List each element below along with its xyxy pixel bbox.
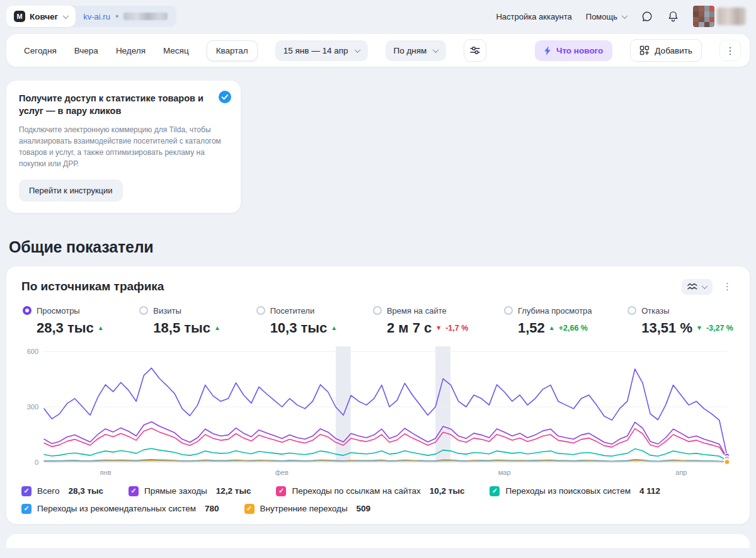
metric-tab-5[interactable]: Глубина просмотра1,52▲+2,66 %	[504, 306, 592, 336]
legend-value: 780	[205, 504, 219, 513]
topbar-right: Настройка аккаунта Помощь	[496, 6, 746, 27]
metric-radio-icon[interactable]	[504, 306, 513, 315]
site-link[interactable]: kv-ai.ru	[83, 12, 110, 21]
legend-value: 28,3 тыс	[68, 486, 103, 496]
widget-title: По источникам трафика	[21, 280, 164, 293]
topbar: М Ковчег kv-ai.ru • Настройка аккаунта П…	[0, 0, 756, 29]
metric-radio-icon[interactable]	[256, 306, 265, 315]
tab-week[interactable]: Неделя	[116, 46, 146, 55]
legend-label: Внутренние переходы	[260, 504, 348, 513]
metric-label: Просмотры	[37, 306, 80, 316]
metric-tabs: Просмотры28,3 тыс▲Визиты18,5 тыс▲Посетит…	[21, 306, 735, 336]
next-widget-partial	[6, 534, 750, 548]
metric-tab-4[interactable]: Время на сайте2 м 7 с▼-1,7 %	[373, 306, 468, 336]
metric-label: Глубина просмотра	[518, 306, 592, 316]
trend-up-icon: ▲	[549, 324, 555, 331]
legend-item[interactable]: ✓Прямые заходы12,2 тыс	[129, 486, 251, 496]
promo-instruction-button[interactable]: Перейти к инструкции	[19, 179, 123, 202]
tab-today[interactable]: Сегодня	[24, 46, 57, 55]
whats-new-button[interactable]: Что нового	[535, 40, 612, 61]
metric-value: 28,3 тыс	[37, 320, 94, 336]
chevron-down-icon	[433, 47, 439, 53]
date-range-picker[interactable]: 15 янв — 14 апр	[275, 40, 368, 61]
promo-card: Получите доступ к статистике товаров и у…	[6, 81, 241, 213]
trend-down-icon: ▼	[696, 324, 702, 331]
section-title: Общие показатели	[9, 238, 747, 256]
chat-icon[interactable]	[641, 10, 653, 23]
metric-delta: -1,7 %	[445, 324, 468, 333]
legend-item[interactable]: ✓Переходы из рекомендательных систем780	[21, 504, 219, 514]
legend-label: Переходы по ссылкам на сайтах	[292, 486, 420, 496]
metric-radio-icon[interactable]	[23, 306, 32, 315]
chart-type-select[interactable]	[682, 279, 713, 295]
notifications-bell-icon[interactable]	[667, 10, 679, 23]
sliders-icon	[469, 45, 481, 56]
legend-row-2: ✓Переходы из рекомендательных систем780✓…	[21, 504, 735, 514]
legend-checkbox[interactable]: ✓	[244, 504, 255, 514]
metric-tab-6[interactable]: Отказы13,51 %▼-3,27 %	[627, 306, 733, 336]
metric-radio-icon[interactable]	[373, 306, 382, 315]
user-menu[interactable]	[693, 6, 746, 27]
svg-text:300: 300	[27, 403, 38, 411]
svg-text:янв: янв	[100, 469, 112, 476]
legend-checkbox[interactable]: ✓	[129, 486, 139, 496]
legend-value: 12,2 тыс	[216, 486, 251, 496]
promo-description: Подключите электронную коммерцию для Til…	[19, 124, 228, 170]
tab-quarter[interactable]: Квартал	[207, 40, 258, 61]
metric-delta: +2,66 %	[559, 324, 588, 333]
trend-up-icon: ▲	[98, 324, 104, 331]
legend-checkbox[interactable]: ✓	[21, 486, 32, 496]
trend-down-icon: ▼	[435, 324, 442, 331]
metric-label: Визиты	[153, 306, 181, 316]
svg-text:фев: фев	[275, 469, 289, 476]
period-toolbar: Сегодня Вчера Неделя Месяц Квартал 15 ян…	[6, 34, 750, 67]
legend-item[interactable]: ✓Всего28,3 тыс	[21, 486, 103, 496]
legend-item[interactable]: ✓Переходы из поисковых систем4 112	[490, 486, 660, 496]
legend-item[interactable]: ✓Внутренние переходы509	[244, 504, 371, 514]
metric-tab-3[interactable]: Посетители10,3 тыс▲	[256, 306, 338, 336]
legend-label: Переходы из рекомендательных систем	[37, 504, 196, 513]
legend-label: Прямые заходы	[144, 486, 207, 496]
counter-group: М Ковчег kv-ai.ru •	[6, 6, 176, 27]
metric-tab-2[interactable]: Визиты18,5 тыс▲	[139, 306, 220, 336]
tab-yesterday[interactable]: Вчера	[74, 46, 98, 55]
svg-text:600: 600	[27, 348, 38, 355]
trend-up-icon: ▲	[331, 324, 337, 331]
svg-text:0: 0	[35, 458, 38, 466]
metric-label: Посетители	[270, 306, 315, 316]
chevron-down-icon	[702, 283, 708, 289]
trend-up-icon: ▲	[214, 324, 220, 331]
redacted-site-id	[123, 13, 168, 20]
filters-button[interactable]	[464, 39, 486, 62]
legend-checkbox[interactable]: ✓	[21, 504, 32, 514]
svg-text:мар: мар	[498, 469, 511, 476]
traffic-sources-widget: По источникам трафика ⋮ Просмотры28,3 ты…	[6, 266, 750, 524]
account-settings-link[interactable]: Настройка аккаунта	[496, 12, 571, 21]
legend-label: Всего	[37, 486, 59, 496]
svg-text:апр: апр	[675, 469, 687, 476]
legend-checkbox[interactable]: ✓	[276, 486, 286, 496]
counter-name: Ковчег	[30, 12, 58, 21]
legend-item[interactable]: ✓Переходы по ссылкам на сайтах10,2 тыс	[276, 486, 464, 496]
metric-radio-icon[interactable]	[139, 306, 148, 315]
line-chart-icon	[687, 283, 697, 291]
counter-logo-icon: М	[14, 11, 25, 22]
legend-checkbox[interactable]: ✓	[490, 486, 500, 496]
toolbar-menu-button[interactable]: ⋮	[719, 40, 741, 61]
legend-value: 509	[357, 504, 371, 513]
add-button[interactable]: Добавить	[630, 39, 702, 62]
counter-selector[interactable]: М Ковчег	[6, 6, 76, 27]
promo-title: Получите доступ к статистике товаров и у…	[19, 92, 228, 118]
legend-value: 4 112	[639, 486, 660, 496]
metric-value: 13,51 %	[641, 320, 692, 336]
help-menu[interactable]: Помощь	[586, 12, 627, 21]
traffic-chart[interactable]: 0300600янвфевмарапр	[21, 344, 735, 479]
metric-radio-icon[interactable]	[627, 306, 636, 315]
legend-value: 10,2 тыс	[430, 486, 465, 496]
metric-tab-1[interactable]: Просмотры28,3 тыс▲	[23, 306, 104, 336]
chevron-down-icon	[354, 47, 360, 53]
legend-label: Переходы из поисковых систем	[505, 486, 630, 496]
widget-menu-button[interactable]: ⋮	[720, 280, 735, 293]
tab-month[interactable]: Месяц	[163, 46, 189, 55]
granularity-select[interactable]: По дням	[386, 40, 447, 61]
